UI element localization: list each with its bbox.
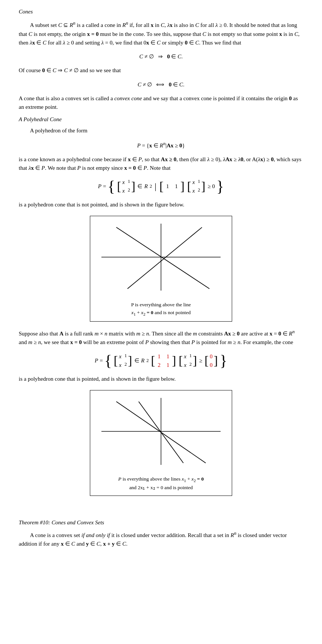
formula-3: P = {x ∈ Rn|Ax ≥ 0} [19,140,303,150]
paragraph-2: Of course 0 ∈ C ⇒ C ≠ ∅ and so we see th… [19,66,303,75]
theorem-title: Theorem #10: Cones and Convex Sets [19,518,303,527]
figure-2: P is everything above the lines x1 + x2 … [90,390,232,496]
figure-1-caption: P is everything above the line x1 + x2 =… [127,301,195,318]
paragraph-4: A polyhedron of the form [19,126,303,135]
formula-2: C ≠ ∅ ⟺ 0 ∈ C. [19,80,303,89]
matrix-formula-1: P = { [ x1 x2 ] ∈ R2 | [ 11 ] [ x1 x2 [19,178,303,196]
figure-1: P is everything above the line x1 + x2 =… [90,216,232,322]
paragraph-5: is a cone known as a polyhedral cone bec… [19,155,303,173]
theorem-body: A cone is a convex set if and only if it… [19,530,303,549]
svg-line-3 [127,227,202,289]
formula-1: C ≠ ∅ ⇒ 0 ∈ C. [19,52,303,61]
matrix-formula-2: P = { [ x1 x2 ] ∈ R2 [ 11 21 ] [ x1 x2 [19,352,303,370]
paragraph-7: Suppose also that A is a full rank m × n… [19,328,303,347]
paragraph-8: is a polyhedron cone that is pointed, an… [19,375,303,383]
figure-1-svg [90,216,232,298]
svg-line-2 [116,227,210,289]
paragraph-1: A subset set C ⊆ Rn is a called a cone i… [19,20,303,47]
paragraph-3: A cone that is also a convex set is call… [19,94,303,112]
figure-2-svg [90,390,232,472]
section-polyhedral-cone: A Polyhedral Cone [19,115,303,124]
figure-2-caption: P is everything above the lines x1 + x2 … [115,475,207,492]
paragraph-6: is a polyhedron cone that is not pointed… [19,200,303,209]
page-title: Cones [19,7,303,16]
